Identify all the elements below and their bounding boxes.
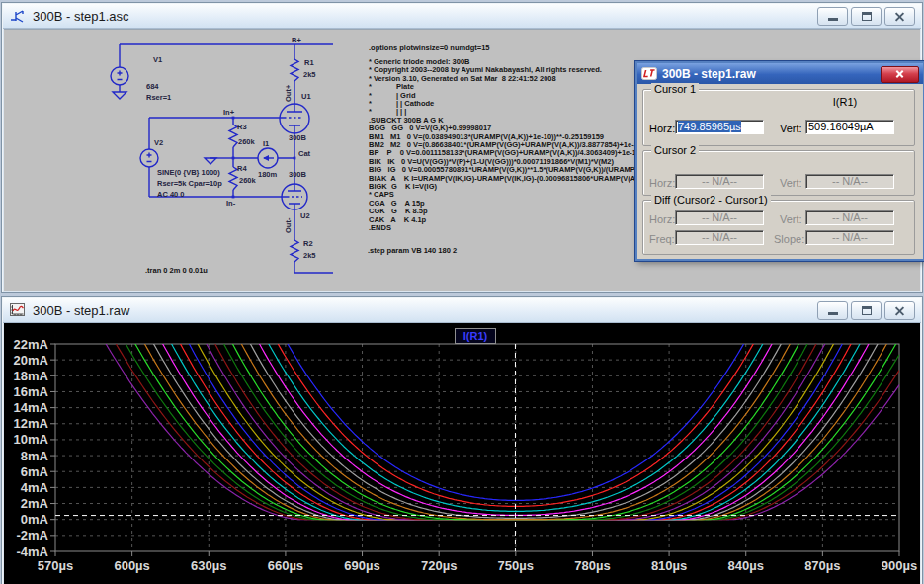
- trace-vb-170[interactable]: [55, 323, 899, 520]
- cursor2-group: Cursor 2: [642, 150, 915, 196]
- schematic-label[interactable]: In-: [226, 199, 236, 208]
- trace-vb-148[interactable]: [55, 323, 899, 518]
- cursor-dialog-titlebar[interactable]: 300B - step1.raw: [637, 63, 923, 84]
- axis-tick-labels: 570µs600µs630µs660µs690µs720µs750µs780µs…: [14, 337, 918, 574]
- trace-vb-174[interactable]: [55, 323, 899, 520]
- trace-vb-160[interactable]: [55, 323, 899, 520]
- trace-vb-156[interactable]: [55, 323, 899, 520]
- cursor1-horz-field[interactable]: 749.85965µs: [675, 120, 764, 134]
- close-button[interactable]: [884, 301, 915, 320]
- component-v2[interactable]: [140, 149, 158, 167]
- cursor1-vert-label: Vert:: [780, 123, 802, 134]
- waveform-doc-icon[interactable]: [9, 302, 27, 318]
- waveform-plot[interactable]: 570µs600µs630µs660µs690µs720µs750µs780µs…: [4, 323, 920, 584]
- spice-directive[interactable]: .step param VB 140 180 2: [368, 246, 457, 255]
- dialog-title: 300B - step1.raw: [662, 67, 756, 81]
- minimize-icon: [828, 312, 838, 315]
- trace-vb-146[interactable]: [55, 323, 899, 515]
- cursor2-vert-field: -- N/A--: [805, 174, 894, 189]
- trace-vb-180[interactable]: [55, 323, 899, 520]
- trace-vb-176[interactable]: [55, 323, 899, 520]
- cursor1-vert-field[interactable]: 509.16049µA: [805, 120, 894, 134]
- schematic-label[interactable]: R4: [237, 164, 247, 173]
- schematic-label[interactable]: U1: [301, 92, 311, 101]
- schematic-label[interactable]: 300B: [289, 133, 307, 142]
- schematic-label[interactable]: 2k5: [303, 251, 316, 260]
- cursor2-group-label: Cursor 2: [651, 144, 699, 156]
- close-icon: [894, 11, 905, 22]
- x-tick-label: 750µs: [498, 558, 534, 573]
- schematic-label[interactable]: 260k: [239, 176, 257, 185]
- schematic-label[interactable]: R2: [303, 239, 313, 248]
- minimize-button[interactable]: [817, 301, 848, 320]
- schematic-label[interactable]: B+: [292, 36, 301, 44]
- diff-vert-label: Vert:: [780, 213, 802, 225]
- waveform-pane[interactable]: 570µs600µs630µs660µs690µs720µs750µs780µs…: [4, 323, 920, 584]
- trace-vb-158[interactable]: [55, 323, 899, 520]
- schematic-label[interactable]: Out+: [284, 84, 293, 102]
- y-tick-label: -2mA: [16, 528, 48, 542]
- schematic-label[interactable]: Out-: [284, 217, 293, 233]
- schematic-label[interactable]: U2: [300, 211, 310, 220]
- resistor-r3[interactable]: [229, 125, 237, 147]
- dialog-close-button[interactable]: [881, 66, 919, 83]
- trace-vb-168[interactable]: [55, 323, 899, 520]
- schematic-label[interactable]: In+: [223, 108, 235, 117]
- circuit-wires[interactable]: [120, 44, 333, 273]
- schematic-label[interactable]: V1: [153, 55, 162, 64]
- schematic-label[interactable]: AC 40 0: [157, 190, 185, 199]
- current-source-i1[interactable]: [258, 148, 278, 168]
- diff-freq-label: Freq:: [649, 233, 675, 245]
- schematic-label[interactable]: 180m: [258, 170, 278, 179]
- trace-label[interactable]: I(R1): [455, 328, 496, 344]
- trace-vb-166[interactable]: [55, 323, 899, 520]
- x-tick-label: 810µs: [651, 558, 687, 573]
- ground-symbol-v1[interactable]: [113, 92, 126, 99]
- schematic-label[interactable]: 260k: [238, 137, 256, 146]
- waveform-window-titlebar: 300B - step1.raw: [3, 298, 921, 323]
- trace-vb-178[interactable]: [55, 323, 899, 520]
- close-button[interactable]: [884, 7, 915, 26]
- resistor-r2[interactable]: [291, 240, 298, 262]
- trace-vb-152[interactable]: [55, 323, 899, 520]
- y-tick-label: -4mA: [16, 544, 48, 559]
- schematic-label[interactable]: R3: [237, 123, 247, 131]
- tube-u1[interactable]: [280, 104, 309, 133]
- schematic-label[interactable]: 300B: [289, 170, 307, 179]
- schematic-label[interactable]: R1: [304, 58, 314, 67]
- trace-vb-172[interactable]: [55, 323, 899, 520]
- schematic-label[interactable]: Cat: [298, 149, 311, 158]
- lt-logo-icon: [641, 67, 657, 80]
- spice-directive[interactable]: .tran 0 2m 0 0.01u: [145, 266, 208, 275]
- trace-vb-162[interactable]: [55, 323, 899, 520]
- restore-icon: [862, 12, 872, 21]
- y-tick-label: 4mA: [21, 480, 49, 495]
- netlist-line[interactable]: .options plotwinsize=0 numdgt=15: [369, 43, 490, 52]
- window-title: 300B - step1.raw: [33, 303, 129, 318]
- ground-symbol-mid[interactable]: [205, 158, 216, 164]
- y-tick-label: 12mA: [14, 416, 49, 431]
- schematic-label[interactable]: 2k5: [303, 70, 316, 79]
- schematic-label[interactable]: SINE(0 {VB} 1000): [157, 168, 220, 177]
- schematic-label[interactable]: I1: [263, 139, 269, 148]
- schematic-label[interactable]: Rser=5k Cpar=10p: [157, 179, 222, 188]
- trace-vb-154[interactable]: [55, 323, 899, 520]
- trace-vb-164[interactable]: [55, 323, 899, 520]
- schematic-doc-icon[interactable]: [9, 8, 27, 24]
- restore-button[interactable]: [851, 7, 882, 26]
- trace-vb-150[interactable]: [55, 323, 899, 520]
- diff-freq-field: -- N/A--: [675, 230, 764, 245]
- schematic-label[interactable]: 684: [146, 82, 159, 91]
- minimize-button[interactable]: [817, 7, 848, 26]
- component-v1[interactable]: [111, 67, 128, 85]
- schematic-label[interactable]: Rser=1: [146, 93, 171, 102]
- resistor-r4[interactable]: [229, 167, 237, 190]
- schematic-label[interactable]: V2: [154, 138, 163, 147]
- x-tick-label: 780µs: [574, 558, 610, 573]
- netlist-line[interactable]: .ENDS: [369, 223, 391, 232]
- restore-button[interactable]: [851, 301, 882, 320]
- trace-group[interactable]: [55, 323, 899, 520]
- y-tick-label: 0mA: [21, 512, 49, 527]
- y-tick-label: 8mA: [21, 449, 49, 463]
- resistor-r1[interactable]: [291, 59, 298, 81]
